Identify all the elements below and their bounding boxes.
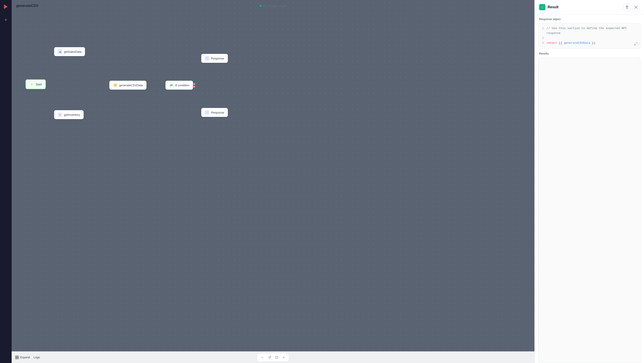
response-object-label: Response object	[535, 14, 644, 23]
panel-actions	[624, 3, 640, 11]
panel-title-row: ↓ Result	[539, 4, 558, 10]
node-get-inventory[interactable]: ≡ getInventory	[54, 110, 84, 119]
zoom-fit-button[interactable]: ⊡	[274, 355, 279, 360]
zoom-reset-button[interactable]: ↺	[267, 355, 272, 360]
start-node-label: Start	[36, 83, 42, 86]
logs-button[interactable]: Logs	[34, 356, 40, 359]
bottom-toolbar: Expand Logs − ↺ ⊡ +	[12, 351, 534, 363]
canvas-area[interactable]: generateCSV All changes saved	[12, 0, 534, 363]
code-editor-footer	[634, 42, 638, 46]
response1-icon: ↑	[205, 56, 209, 60]
results-section: Results	[535, 52, 644, 363]
result-panel-icon: ↓	[539, 4, 546, 10]
add-nav-icon[interactable]: +	[4, 17, 7, 22]
line-number-3: 3	[538, 41, 546, 46]
code-line-3-content: return ({ generateCSVData })	[546, 41, 638, 46]
code-line-3: 3 return ({ generateCSVData })	[538, 41, 638, 46]
code-close-brace: })	[592, 41, 596, 45]
code-editor[interactable]: 1 // Use this section to define the expe…	[538, 23, 640, 48]
zoom-in-button[interactable]: +	[281, 355, 286, 360]
close-button[interactable]	[632, 3, 640, 11]
expand-button[interactable]: Expand	[15, 356, 30, 359]
code-line-1: 1 // Use this section to define the expe…	[538, 26, 638, 36]
results-label: Results	[535, 52, 644, 57]
node-response-1[interactable]: ↑ Response	[201, 54, 228, 63]
node-if-condition[interactable]: ⇄ If condition ▶ ▶	[166, 81, 193, 90]
response1-label: Response	[211, 57, 224, 60]
line-number-1: 1	[538, 26, 546, 31]
svg-rect-3	[16, 358, 17, 359]
response2-icon: ↑	[205, 110, 209, 115]
expand-icon	[15, 356, 19, 359]
get-inventory-label: getInventory	[64, 113, 80, 116]
node-response-2[interactable]: ↑ Response	[201, 108, 228, 117]
node-get-sales-data[interactable]: ☁ getSalesData	[54, 47, 85, 56]
code-expand-icon[interactable]	[634, 42, 638, 46]
panel-title: Result	[548, 5, 558, 9]
status-indicator: All changes saved	[260, 4, 286, 7]
code-function-name: generateCSVData	[564, 41, 590, 45]
status-dot	[260, 5, 262, 7]
delete-button[interactable]	[624, 3, 630, 11]
code-open-brace: ({	[559, 41, 562, 45]
right-panel: ↓ Result Response object 1 // Use this s…	[534, 0, 644, 363]
header: generateCSV All changes saved	[12, 0, 534, 12]
if-condition-label: If condition	[175, 84, 190, 87]
svg-rect-4	[17, 358, 18, 359]
page-title: generateCSV	[16, 4, 38, 8]
node-generate-csv-data[interactable]: JS generateCSVData	[109, 81, 146, 90]
results-area	[538, 57, 640, 363]
get-sales-data-label: getSalesData	[64, 50, 82, 53]
generate-csv-data-label: generateCSVData	[119, 84, 143, 87]
node-start[interactable]: ⚡ Start	[26, 79, 46, 89]
if-condition-icon: ⇄	[169, 83, 174, 87]
keyword-return: return	[546, 41, 559, 45]
line-number-2: 2	[538, 36, 546, 41]
zoom-controls: − ↺ ⊡ +	[257, 353, 289, 362]
js-icon-csvdata: JS	[113, 83, 118, 87]
svg-rect-1	[16, 356, 17, 357]
status-text: All changes saved	[263, 4, 286, 7]
expand-label: Expand	[20, 356, 30, 359]
logo-icon[interactable]	[3, 3, 9, 11]
flow-canvas: ⚡ Start ☁ getSalesData ≡ getInventory JS…	[12, 0, 534, 363]
sidebar: +	[0, 0, 12, 363]
start-node-icon: ⚡	[30, 82, 34, 86]
response2-label: Response	[211, 111, 224, 114]
db-icon-inventory: ≡	[58, 112, 62, 117]
zoom-out-button[interactable]: −	[260, 355, 265, 360]
code-content: 1 // Use this section to define the expe…	[538, 23, 640, 48]
panel-header: ↓ Result	[535, 0, 644, 14]
svg-rect-2	[17, 356, 18, 357]
code-line-1-content: // Use this section to define the expect…	[546, 26, 638, 36]
code-line-2: 2	[538, 36, 638, 41]
cloud-icon-salesdata: ☁	[58, 49, 62, 54]
code-line-2-content	[546, 36, 638, 41]
svg-marker-0	[4, 4, 8, 9]
